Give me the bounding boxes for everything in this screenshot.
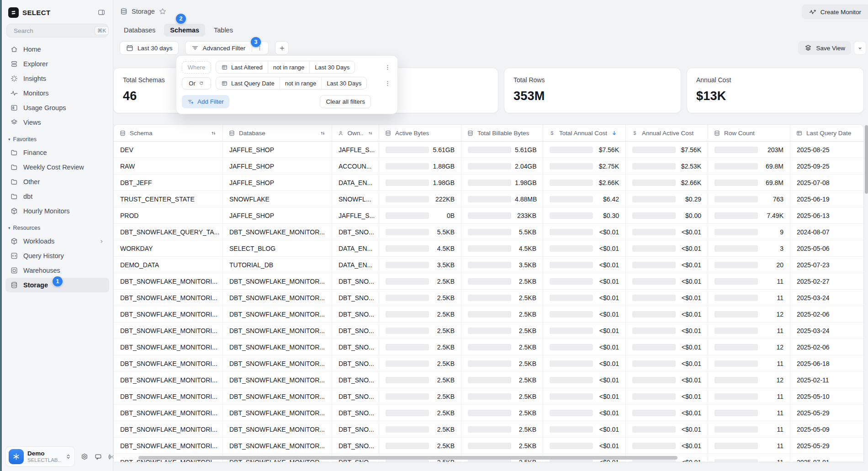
- sidebar-item-other[interactable]: Other: [5, 175, 109, 189]
- table-row[interactable]: DBT_SNOWFLAKE_MONITORI...DBT_SNOWFLAKE_M…: [114, 421, 863, 438]
- app-window: SELECT ⌘K HomeExplorerInsightsMonitorsUs…: [0, 0, 868, 471]
- table-row[interactable]: PRODJAFFLE_SHOPJAFFLE_S...0B233KB$0.30$0…: [114, 207, 863, 224]
- sidebar-item-finance[interactable]: Finance: [5, 145, 109, 160]
- sidebar-item-warehouses[interactable]: Warehouses: [5, 263, 109, 278]
- save-view-button[interactable]: Save View: [798, 41, 851, 55]
- table-row[interactable]: DEVJAFFLE_SHOPJAFFLE_S...5.61GB5.61GB$7.…: [114, 142, 863, 158]
- sidebar-collapse-button[interactable]: [95, 6, 107, 18]
- filter-operator[interactable]: not in range: [280, 77, 322, 89]
- clear-all-filters-button[interactable]: Clear all filters: [320, 95, 371, 108]
- bar-track: [468, 344, 511, 350]
- sidebar-item-explorer[interactable]: Explorer: [5, 57, 109, 71]
- text-cell: DBT_SNOWFLAKE_MONITORI...: [114, 339, 223, 355]
- table-row[interactable]: RAWJAFFLE_SHOPACCOUN...1.88GB2.04GB$2.75…: [114, 158, 863, 175]
- table-row[interactable]: DBT_SNOWFLAKE_MONITORI...DBT_SNOWFLAKE_M…: [114, 306, 863, 323]
- column-header-row-count[interactable]: Row Count: [708, 125, 790, 142]
- column-header-annual-active-cost[interactable]: $Annual Active Cost: [626, 125, 708, 142]
- text-cell: DATA_EN...: [332, 175, 379, 191]
- column-header-schema[interactable]: Schema: [114, 125, 223, 142]
- filter-value[interactable]: Last 30 Days: [321, 77, 366, 89]
- text-cell: 2025-03-24: [790, 290, 864, 306]
- vertical-scrollbar[interactable]: [865, 125, 868, 194]
- bar-track: [386, 212, 429, 219]
- metric-value: <$0.01: [599, 327, 619, 334]
- chat-icon[interactable]: [94, 453, 102, 461]
- metric-cell: <$0.01: [626, 438, 708, 454]
- add-filter-button[interactable]: Add Filter: [182, 95, 229, 108]
- metric-cell: <$0.01: [543, 421, 626, 438]
- filter-field[interactable]: Last Altered: [216, 61, 268, 73]
- horizontal-scrollbar[interactable]: [138, 456, 677, 460]
- tab-schemas[interactable]: Schemas: [164, 24, 205, 37]
- table-row[interactable]: DEMO_DATATUTORIAL_DBDATA_EN...3.5KB3.5KB…: [114, 257, 863, 273]
- bar-track: [632, 180, 676, 186]
- table-row[interactable]: DBT_SNOWFLAKE_MONITORI...DBT_SNOWFLAKE_M…: [114, 438, 863, 454]
- table-row[interactable]: DBT_SNOWFLAKE_MONITORI...DBT_SNOWFLAKE_M…: [114, 355, 863, 372]
- save-view-dropdown-button[interactable]: [854, 41, 866, 55]
- favorites-section-header[interactable]: ▾ Favorites: [2, 130, 113, 145]
- filter-condition-2[interactable]: Last Query Datenot in rangeLast 30 Days: [216, 77, 367, 90]
- sidebar-item-views[interactable]: Views: [5, 115, 109, 130]
- column-header-database[interactable]: Database: [223, 125, 332, 142]
- filter-field[interactable]: Last Query Date: [216, 77, 280, 89]
- tab-databases[interactable]: Databases: [118, 24, 161, 37]
- table-row[interactable]: DBT_SNOWFLAKE_MONITORI...DBT_SNOWFLAKE_M…: [114, 372, 863, 388]
- metric-cell: 5.61GB: [461, 142, 543, 158]
- table-row[interactable]: DBT_JEFFJAFFLE_SHOPDATA_EN...1.98GB1.98G…: [114, 175, 863, 191]
- text-cell: JAFFLE_SHOP: [223, 207, 332, 224]
- sidebar-item-query-history[interactable]: Query History: [5, 249, 109, 263]
- bar-track: [386, 360, 429, 367]
- table-row[interactable]: DBT_SNOWFLAKE_MONITORI...DBT_SNOWFLAKE_M…: [114, 339, 863, 355]
- table-row[interactable]: DBT_SNOWFLAKE_MONITORI...DBT_SNOWFLAKE_M…: [114, 323, 863, 339]
- filter-row-menu-icon[interactable]: [383, 78, 392, 89]
- column-header-last-query-date[interactable]: Last Query Date: [790, 125, 864, 142]
- column-header-total-annual-cost[interactable]: $Total Annual Cost: [543, 125, 626, 142]
- metric-value: <$0.01: [599, 294, 619, 302]
- column-header-active-bytes[interactable]: Active Bytes: [379, 125, 461, 142]
- filter-condition-1[interactable]: Last Alterednot in rangeLast 30 Days: [216, 61, 355, 74]
- filter-operator[interactable]: not in range: [268, 61, 310, 73]
- metric-cell: <$0.01: [543, 388, 626, 405]
- metric-cell: 233KB: [461, 207, 543, 224]
- sidebar-item-monitors[interactable]: Monitors: [5, 86, 109, 101]
- add-view-button[interactable]: [275, 41, 289, 55]
- collapse-sidebar-icon: [97, 8, 106, 16]
- search-field[interactable]: [14, 27, 95, 34]
- table-row[interactable]: DBT_SNOWFLAKE_MONITORI...DBT_SNOWFLAKE_M…: [114, 388, 863, 405]
- column-header-own-[interactable]: Own...: [332, 125, 379, 142]
- text-cell: DBT_SNO...: [332, 224, 379, 240]
- text-cell: 2025-06-18: [790, 355, 864, 372]
- sidebar-item-home[interactable]: Home: [5, 42, 109, 57]
- column-header-total-billable-bytes[interactable]: Total Billable Bytes: [461, 125, 543, 142]
- metric-value: <$0.01: [682, 344, 701, 351]
- plus-icon: [279, 45, 286, 52]
- table-row[interactable]: DBT_SNOWFLAKE_QUERY_TA...DBT_SNOWFLAKE_M…: [114, 224, 863, 240]
- sidebar-item-dbt[interactable]: dbt: [5, 189, 109, 204]
- sidebar-item-weekly-cost-review[interactable]: Weekly Cost Review: [5, 160, 109, 175]
- filter-value[interactable]: Last 30 Days: [309, 61, 355, 73]
- sidebar-item-workloads[interactable]: Workloads: [5, 234, 109, 249]
- star-icon[interactable]: [159, 7, 167, 16]
- table-row[interactable]: TRUST_CENTER_STATESNOWFLAKESNOWFL...222K…: [114, 191, 863, 207]
- resources-section-header[interactable]: ▾ Resources: [2, 218, 113, 234]
- metric-value: 11: [777, 442, 783, 450]
- card-label: Total Rows: [513, 76, 672, 84]
- create-monitor-button[interactable]: Create Monitor: [802, 5, 868, 19]
- search-input[interactable]: ⌘K: [6, 24, 108, 37]
- or-operator-pill[interactable]: Or: [182, 77, 211, 90]
- sidebar-item-hourly-monitors[interactable]: Hourly Monitors: [5, 204, 109, 218]
- table-row[interactable]: DBT_SNOWFLAKE_MONITORI...DBT_SNOWFLAKE_M…: [114, 273, 863, 290]
- metric-cell: <$0.01: [543, 257, 626, 273]
- sidebar-item-usage-groups[interactable]: Usage Groups: [5, 101, 109, 115]
- metric-value: <$0.01: [682, 409, 701, 417]
- settings-icon[interactable]: [80, 453, 89, 461]
- filter-row-menu-icon[interactable]: [383, 62, 392, 73]
- sidebar-item-insights[interactable]: Insights: [5, 71, 109, 86]
- table-row[interactable]: DBT_SNOWFLAKE_MONITORI...DBT_SNOWFLAKE_M…: [114, 405, 863, 421]
- table-row[interactable]: WORKDAYSELECT_BLOGDATA_EN...4.5KB4.5KB<$…: [114, 240, 863, 257]
- tab-tables[interactable]: Tables: [208, 24, 239, 37]
- table-row[interactable]: DBT_SNOWFLAKE_MONITORI...DBT_SNOWFLAKE_M…: [114, 290, 863, 306]
- account-switcher[interactable]: Demo SELECTLAB...: [5, 446, 75, 467]
- bar-track: [715, 196, 758, 202]
- date-range-button[interactable]: Last 30 days: [120, 41, 179, 55]
